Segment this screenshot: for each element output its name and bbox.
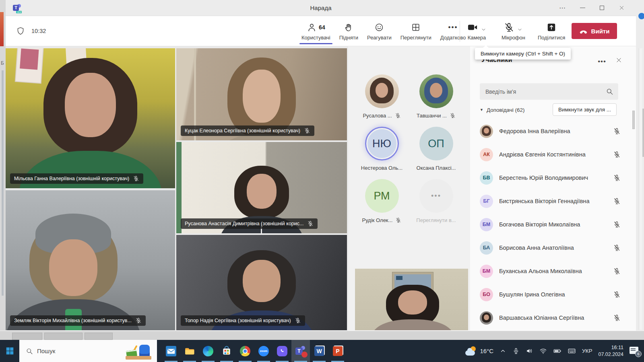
participant-row[interactable]: БО Бушулян Ірина Олегівна <box>480 283 621 306</box>
taskbar-weather[interactable]: 16°C <box>465 346 493 356</box>
avatar-initials: НЮ <box>367 129 396 158</box>
video-frame <box>355 269 468 330</box>
participant-row[interactable]: АК Андрієва Євгенія Костянтинівна <box>480 143 621 166</box>
minimize-button[interactable] <box>580 8 585 8</box>
window-title: Нарада <box>310 4 332 11</box>
microphone-button[interactable]: Мікрофон <box>502 16 525 46</box>
zoom-icon: zoom <box>258 346 269 356</box>
taskbar-explorer-icon[interactable] <box>180 340 199 362</box>
tray-speaker-icon[interactable] <box>526 347 533 355</box>
mic-off-icon <box>613 174 621 182</box>
window-more-button[interactable]: ⋯ <box>559 5 566 11</box>
participant-search[interactable] <box>480 83 618 100</box>
avatar-photo <box>419 74 453 108</box>
search-input[interactable] <box>480 88 606 95</box>
participant-name: Федорова Інна Валеріївна <box>499 128 607 134</box>
participant-avatar-tile[interactable]: НЮ Нестерова Оль... <box>355 127 409 171</box>
search-icon <box>606 88 613 95</box>
start-button[interactable] <box>0 340 19 362</box>
teams-icon: T <box>295 346 306 356</box>
video-tile[interactable]: Мільєва Ганна Валеріївна (зовнішній кори… <box>6 48 175 188</box>
mic-off-icon <box>307 220 314 227</box>
video-name-label: Земляк Вікторія Михайлівна (зовнішній ко… <box>10 315 146 326</box>
avatar-initials: РМ <box>365 179 399 213</box>
panel-scrollbar[interactable] <box>632 86 635 324</box>
video-name-label: Русанова Анастасія Димитрівна (зовнішній… <box>181 218 318 229</box>
taskbar-clock[interactable]: 16:11 07.02.2024 <box>598 344 623 358</box>
tab-raise-hand[interactable]: Підняти <box>335 16 363 46</box>
camera-tooltip: Вимкнути камеру (Ctrl + Shift + O) <box>475 48 571 60</box>
tab-react[interactable]: Реагувати <box>363 16 396 46</box>
participant-row[interactable]: БМ Богачова Вікторія Миколаївна <box>480 213 621 236</box>
participant-row[interactable]: БА Борисова Анна Анатоліївна <box>480 236 621 259</box>
collapse-triangle-icon[interactable]: ▼ <box>480 108 483 112</box>
participant-avatar-tile[interactable]: РМ Рудік Олек... <box>355 179 409 223</box>
background-window-fragment <box>0 12 4 46</box>
video-tile[interactable]: Топор Надія Сергіївна (зовнішній користу… <box>176 235 347 330</box>
panel-close-button[interactable] <box>615 57 622 64</box>
video-tile[interactable]: Русанова Анастасія Димитрівна (зовнішній… <box>176 142 347 233</box>
chevron-down-icon[interactable] <box>481 27 487 33</box>
taskbar-viber-icon[interactable] <box>273 340 291 362</box>
search-highlight-illustration[interactable] <box>124 342 153 360</box>
taskbar-zoom-icon[interactable]: zoom <box>254 340 273 362</box>
participant-avatar: БА <box>480 241 493 255</box>
tray-wifi-icon[interactable] <box>539 347 547 355</box>
taskbar-chrome-icon[interactable] <box>236 340 254 362</box>
participant-row[interactable]: Варшавська Юліанна Сергіївна <box>480 306 621 329</box>
view-more-participants-tile[interactable]: ••• Переглянути в... <box>409 179 463 223</box>
tray-battery-icon[interactable] <box>553 347 561 355</box>
meeting-timer: 10:32 <box>31 28 46 34</box>
background-icon-fragment <box>638 13 644 19</box>
chevron-down-icon[interactable] <box>517 27 523 33</box>
overflow-dots-icon: ••• <box>419 179 453 213</box>
video-tile[interactable]: Земляк Вікторія Михайлівна (зовнішній ко… <box>6 190 175 330</box>
person-silhouette <box>381 285 444 330</box>
taskbar-teams-icon[interactable]: T <box>291 340 310 362</box>
speaking-indicator-ring: НЮ <box>365 127 399 160</box>
action-center-button[interactable]: 6 <box>630 346 640 356</box>
panel-more-button[interactable]: ••• <box>598 58 606 66</box>
taskbar-edge-icon[interactable] <box>199 340 217 362</box>
participant-avatar-tile[interactable]: Тавшанчи ... <box>409 74 463 119</box>
participant-avatar-tile[interactable]: Русалова ... <box>355 74 409 119</box>
background-window-left-sliver: Б <box>0 0 6 340</box>
taskbar-mail-icon[interactable] <box>162 340 180 362</box>
time: 16:11 <box>598 344 623 351</box>
taskbar-word-icon[interactable]: W <box>310 340 328 362</box>
participant-avatar: БО <box>480 288 493 301</box>
mute-all-button[interactable]: Вимкнути звук для ... <box>553 103 617 116</box>
video-tile[interactable] <box>355 269 468 330</box>
video-name-label: Мільєва Ганна Валеріївна (зовнішній кори… <box>10 173 143 184</box>
person-silhouette <box>21 218 126 330</box>
close-button[interactable] <box>619 5 625 11</box>
tray-mic-icon[interactable] <box>512 348 520 355</box>
language-indicator[interactable]: УКР <box>582 348 592 354</box>
tab-view[interactable]: Переглянути <box>396 16 436 46</box>
participant-name: Богачова Вікторія Миколаївна <box>499 221 607 228</box>
windows-logo-icon <box>6 347 14 355</box>
maximize-button[interactable] <box>600 6 604 10</box>
participant-row[interactable]: БГ Бистрянська Вікторія Геннадіївна <box>480 189 621 213</box>
taskbar-powerpoint-icon[interactable]: P <box>328 340 347 362</box>
camera-button[interactable]: Камера <box>467 16 487 46</box>
participant-row[interactable]: БМ Буханська Альона Миколаївна <box>480 259 621 283</box>
participant-row[interactable]: Федорова Інна Валеріївна <box>480 119 621 143</box>
mic-off-icon <box>613 267 621 275</box>
tray-chevron-up-icon[interactable] <box>500 348 506 354</box>
notification-count-badge: 6 <box>635 351 642 357</box>
leave-button[interactable]: Вийти <box>572 23 617 39</box>
tab-more[interactable]: ••• Додатково <box>436 16 470 46</box>
taskbar-search[interactable]: Пошук <box>19 340 157 362</box>
participants-list: Федорова Інна Валеріївна АК Андрієва Євг… <box>480 119 621 329</box>
mic-off-icon <box>613 314 621 322</box>
participant-row[interactable]: БВ Берестень Юрій Володимирович <box>480 166 621 189</box>
participant-name: Варшавська Юліанна Сергіївна <box>499 315 607 321</box>
share-button[interactable]: Поділитися <box>538 16 565 46</box>
taskbar-store-icon[interactable] <box>217 340 236 362</box>
participant-name: Бистрянська Вікторія Геннадіївна <box>499 198 607 204</box>
tab-participants[interactable]: 64 Користувачі <box>297 16 335 46</box>
tray-keyboard-icon[interactable] <box>568 347 576 355</box>
participant-avatar-tile[interactable]: ОП Оксана Плаксі... <box>409 127 463 171</box>
video-tile[interactable]: Куцак Елеонора Сергіївна (зовнішній кори… <box>176 48 347 140</box>
